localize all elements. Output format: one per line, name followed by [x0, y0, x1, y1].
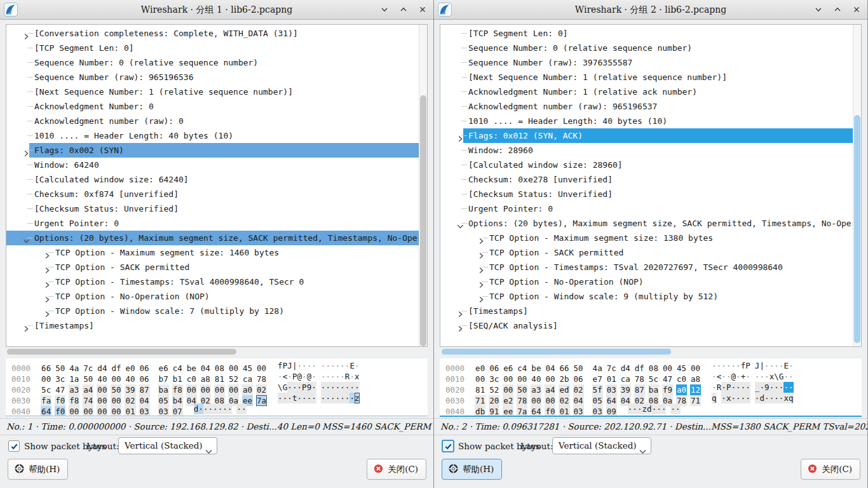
expander-icon[interactable]	[457, 308, 464, 318]
close-window-icon[interactable]	[852, 5, 861, 14]
show-packet-bytes-checkbox[interactable]	[8, 440, 20, 452]
ascii-char[interactable]: ·	[198, 403, 203, 414]
ascii-char[interactable]: E	[783, 360, 789, 371]
ascii-char[interactable]: f	[278, 360, 283, 371]
ascii-char[interactable]: J	[287, 360, 292, 371]
expander-icon[interactable]	[23, 30, 30, 41]
tree-row[interactable]: Checksum: 0xe278 [unverified]	[440, 172, 853, 187]
ascii-char[interactable]: ·	[755, 393, 760, 403]
tree-row[interactable]: TCP Option - Maximum segment size: 1460 …	[6, 245, 419, 260]
ascii-char[interactable]: ·	[297, 360, 302, 371]
tree-row[interactable]: Options: (20 bytes), Maximum segment siz…	[6, 231, 419, 245]
tree-row[interactable]: [TCP Segment Len: 0]	[6, 41, 419, 55]
ascii-char[interactable]: ·	[311, 371, 316, 382]
ascii-char[interactable]: ·	[764, 371, 770, 382]
ascii-char[interactable]: |	[759, 360, 764, 371]
ascii-char[interactable]: ·	[292, 382, 297, 393]
ascii-char[interactable]: ·	[736, 371, 741, 382]
tree-row[interactable]: [Timestamps]	[6, 318, 419, 333]
ascii-char[interactable]: ·	[721, 371, 726, 382]
tree-row[interactable]: TCP Option - SACK permitted	[6, 260, 419, 274]
ascii-char[interactable]: ·	[302, 371, 307, 382]
tree-row[interactable]: [Calculated window size: 28960]	[440, 158, 853, 172]
ascii-char[interactable]: ·	[726, 371, 731, 382]
ascii-char[interactable]: ·	[789, 371, 794, 382]
tree-row[interactable]: [Calculated window size: 64240]	[6, 172, 419, 187]
hex-row[interactable]: 004064f00000000001030307d·········	[6, 403, 428, 414]
ascii-char[interactable]: ·	[355, 360, 360, 371]
ascii-char[interactable]: ·	[325, 382, 330, 393]
tree-row[interactable]: Window: 64240	[6, 158, 419, 172]
ascii-char[interactable]: ·	[783, 371, 789, 382]
ascii-char[interactable]: ·	[764, 360, 770, 371]
expander-icon[interactable]	[478, 249, 485, 260]
expander-icon[interactable]	[457, 220, 464, 231]
ascii-char[interactable]: ·	[789, 382, 794, 393]
tree-row[interactable]: Sequence Number: 0 (relative sequence nu…	[440, 41, 853, 55]
expander-icon[interactable]	[457, 322, 464, 333]
expander-icon[interactable]	[44, 264, 51, 274]
ascii-char[interactable]: x	[726, 393, 731, 403]
shade-window-icon[interactable]	[814, 5, 823, 14]
ascii-char[interactable]: x	[783, 393, 789, 403]
ascii-char[interactable]: ·	[712, 371, 717, 382]
tree-row[interactable]: [Timestamps]	[440, 304, 853, 318]
title-bar[interactable]: Wireshark · 分组 2 · lib6-2.pcapng	[434, 0, 867, 20]
hex-byte[interactable]: 00	[69, 406, 79, 416]
tree-row[interactable]: Window: 28960	[440, 143, 853, 158]
ascii-char[interactable]: G	[283, 382, 288, 393]
hex-byte[interactable]: 00	[111, 406, 121, 416]
ascii-char[interactable]: ·	[774, 393, 779, 403]
tree-row[interactable]: TCP Option - SACK permitted	[440, 245, 853, 260]
ascii-char[interactable]: ·	[311, 360, 316, 371]
tree-row[interactable]: Checksum: 0xf874 [unverified]	[6, 187, 419, 201]
hex-byte[interactable]: 03	[592, 406, 603, 417]
ascii-char[interactable]: E	[349, 360, 355, 371]
ascii-char[interactable]: ·	[340, 393, 345, 403]
hex-byte[interactable]: 64	[531, 406, 541, 417]
ascii-char[interactable]: q	[789, 393, 794, 403]
ascii-char[interactable]: ·	[779, 382, 784, 393]
hex-row[interactable]: 0040db91ee7a64f001030309···zd·····	[440, 403, 862, 414]
ascii-char[interactable]: ·	[721, 382, 726, 393]
ascii-char[interactable]: ·	[675, 403, 681, 414]
tree-row[interactable]: Acknowledgment Number: 1 (relative ack n…	[440, 85, 853, 99]
ascii-char[interactable]: ·	[637, 403, 642, 414]
ascii-char[interactable]: ·	[721, 360, 726, 371]
ascii-char[interactable]: ·	[779, 393, 784, 403]
hex-row[interactable]: 0010003c1a5040004006b7b1c0a88152ca78·<·P…	[6, 371, 428, 382]
tree-row[interactable]: Urgent Pointer: 0	[6, 216, 419, 231]
ascii-char[interactable]: ·	[783, 382, 789, 393]
ascii-char[interactable]: P	[283, 360, 288, 371]
tree-row[interactable]: Sequence Number (raw): 965196536	[6, 70, 419, 85]
ascii-char[interactable]: ·	[340, 382, 345, 393]
ascii-char[interactable]: _	[755, 382, 760, 393]
ascii-char[interactable]: ·	[227, 403, 233, 414]
hex-byte[interactable]: f0	[545, 406, 555, 417]
ascii-char[interactable]: ·	[307, 393, 312, 403]
hex-row[interactable]: 000066504a7cd4dfe006e6c4be0408004500fPJ|…	[6, 360, 428, 371]
ascii-char[interactable]: ·	[652, 403, 657, 414]
hex-byte[interactable]: 03	[573, 406, 584, 417]
ascii-char[interactable]: <	[717, 371, 722, 382]
ascii-char[interactable]: ·	[349, 382, 355, 393]
tree-row[interactable]: Sequence Number: 0 (relative sequence nu…	[6, 55, 419, 70]
expander-icon[interactable]	[44, 249, 51, 260]
unshade-window-icon[interactable]	[833, 5, 842, 14]
ascii-char[interactable]: \	[278, 382, 283, 393]
tree-row[interactable]: TCP Option - No-Operation (NOP)	[440, 274, 853, 289]
ascii-char[interactable]: \	[774, 371, 779, 382]
tree-row[interactable]: [Checksum Status: Unverified]	[440, 187, 853, 201]
hex-row[interactable]: 0030faf0f8740000020405b40402080aee7a···t…	[6, 393, 428, 403]
ascii-char[interactable]: ·	[302, 393, 307, 403]
ascii-char[interactable]: ·	[770, 382, 775, 393]
tree-row[interactable]: 1010 .... = Header Length: 40 bytes (10)	[6, 128, 419, 143]
layout-select[interactable]: Vertical (Stacked)	[118, 437, 217, 454]
ascii-char[interactable]: ·	[736, 393, 741, 403]
close-button[interactable]: 关闭(C)	[367, 459, 426, 480]
ascii-char[interactable]: ·	[307, 360, 312, 371]
ascii-char[interactable]: f	[741, 360, 746, 371]
ascii-char[interactable]: z	[642, 403, 648, 414]
ascii-char[interactable]: G	[779, 371, 784, 382]
ascii-char[interactable]: ·	[236, 403, 241, 414]
